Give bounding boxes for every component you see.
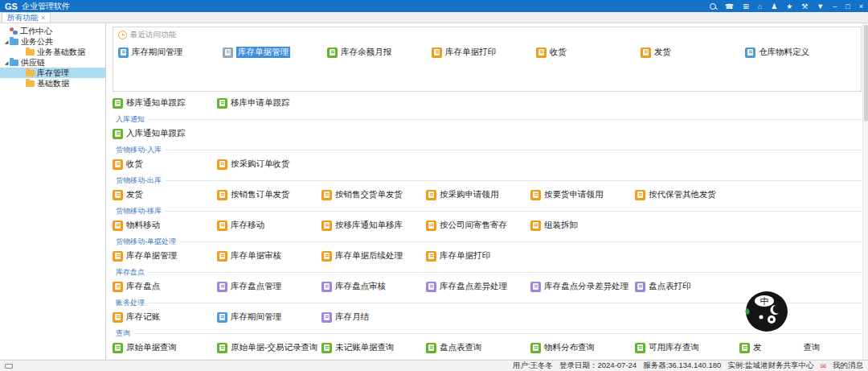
function-icon [426,343,436,353]
function-item[interactable]: 发查询 [739,342,844,353]
vertical-scrollbar[interactable] [862,23,868,360]
function-item[interactable]: 库存单据跟踪 [113,359,217,360]
function-item[interactable]: 组装拆卸 [530,220,635,231]
function-item[interactable]: 按采购申请领用 [426,189,530,200]
function-item[interactable]: 外协物料价目表查询 [739,359,844,360]
search-icon[interactable] [710,3,716,10]
function-item[interactable]: 核算批次跟踪 [426,359,530,360]
function-icon [118,47,129,58]
function-item[interactable]: 物料分布查询 [530,342,635,353]
function-item[interactable]: 库存期间管理 [217,311,321,323]
section-header-label: 货物移动-移库 [113,206,162,216]
favorites-star-icon[interactable]: ★ [786,2,792,10]
tab-all-functions[interactable]: 所有功能 × [2,12,51,23]
function-label: 物料批号跟踪 [231,359,281,360]
function-item[interactable]: 库存移动 [217,220,321,231]
function-icon [217,343,227,353]
function-icon [321,360,332,361]
function-item[interactable]: 可用库存查询 [635,342,739,353]
function-label: 按移库通知单移库 [335,220,403,231]
function-item[interactable]: 按公司间寄售寄存 [426,220,530,231]
tree-expand-icon[interactable]: ◢ [3,60,10,65]
sidebar-item-2[interactable]: 业务基础数据 [0,47,105,57]
function-item[interactable]: 库存单据管理 [113,250,217,262]
section-header: 货物移动-单据处理 [113,237,862,247]
function-label: 库存单据审核 [231,250,281,262]
minimize-icon[interactable]: – [833,2,837,10]
tab-close-icon[interactable]: × [41,14,45,22]
function-item[interactable]: 原始单据查询 [113,342,217,353]
function-row: 库存单据跟踪物料批号跟踪物料有效期查询核算批次跟踪物料价格查询销售未开票查询外协… [113,359,862,360]
function-item[interactable]: 库存盘点管理 [217,281,321,292]
function-item[interactable]: 库存盘点审核 [321,281,426,292]
sidebar-item-3[interactable]: ◢供应链 [0,57,105,68]
function-icon [113,282,123,292]
recent-functions-header: 最近访问功能 [118,30,856,40]
function-item[interactable]: 库存记账 [113,311,217,323]
function-icon [113,251,123,262]
function-item[interactable]: 物料价格查询 [530,359,635,360]
function-label: 库存期间管理 [132,47,182,58]
folder-orange-icon [26,70,35,76]
function-item[interactable]: 原始单据-交易记录查询 [217,342,321,353]
function-icon [321,282,332,292]
section-header: 货物移动-移库 [113,206,862,216]
status-server: 服务器:36.134.140.180 [643,361,721,371]
function-item[interactable]: 销售未开票查询 [635,359,739,360]
function-item[interactable]: 收货 [113,159,217,170]
tree-expand-icon[interactable]: ◢ [3,39,10,44]
function-item[interactable]: 库存盘点 [113,281,217,292]
function-item[interactable]: 库存单据打印 [432,47,536,58]
function-item[interactable]: 按移库通知单移库 [321,220,426,231]
function-item[interactable]: 库存单据打印 [426,250,530,262]
restore-icon[interactable]: □ [845,2,850,10]
function-item[interactable]: 库存余额月报 [327,47,432,58]
sidebar-item-0[interactable]: 工作中心 [0,26,105,36]
function-item[interactable]: 移库申请单跟踪 [217,97,321,109]
function-item[interactable]: 库存单据后续处理 [321,250,426,262]
function-icon [217,312,227,323]
home-icon[interactable]: ⌂ [758,2,762,10]
function-item[interactable]: 发货 [113,189,217,200]
function-item[interactable]: 仓库物料定义 [745,47,850,58]
function-item[interactable]: 库存单据管理 [223,47,327,58]
function-item[interactable]: 收货 [536,47,641,58]
function-item[interactable]: 按代保管其他发货 [635,189,739,200]
function-item[interactable]: 库存单据审核 [217,250,321,262]
function-item[interactable]: 移库通知单跟踪 [113,97,217,109]
close-icon[interactable]: × [859,2,863,10]
scrollbar-thumb[interactable] [864,25,868,122]
function-item[interactable]: 库存盘点差异处理 [426,281,530,292]
function-row: 库存记账库存期间管理库存月结 [113,311,862,323]
dropdown-filter-icon[interactable]: ▼ [817,2,824,10]
function-item[interactable]: 库存月结 [321,311,426,323]
user-icon[interactable]: ♟ [771,2,777,10]
function-item[interactable]: 物料有效期查询 [321,359,426,360]
function-item[interactable]: 按销售订单发货 [217,189,321,200]
sidebar-item-4[interactable]: 库存管理 [0,68,105,78]
recent-functions-box: 最近访问功能 库存期间管理库存单据管理库存余额月报库存单据打印收货发货仓库物料定… [113,27,862,92]
function-item[interactable]: 未记账单据查询 [321,342,426,353]
function-item[interactable]: 盘点表打印 [635,281,739,292]
my-messages-link[interactable]: 我的消息 [833,361,863,371]
section-header: 查询 [113,328,862,339]
function-row: 收货按采购订单收货 [113,159,862,170]
function-row: 库存盘点库存盘点管理库存盘点审核库存盘点差异处理库存盘点分录差异处理盘点表打印 [113,281,862,292]
function-item[interactable]: 发货 [641,47,745,58]
sidebar-item-label: 业务公共 [21,36,53,47]
function-item[interactable]: 按采购订单收货 [217,159,321,170]
sidebar-item-1[interactable]: ◢业务公共 [0,36,105,47]
function-item[interactable]: 按要货申请领用 [530,189,635,200]
phone-icon[interactable]: ☎ [725,2,734,10]
tools-wrench-icon[interactable]: ⚒ [801,2,808,10]
function-item[interactable]: 物料移动 [113,220,217,231]
function-item[interactable]: 库存盘点分录差异处理 [530,281,635,292]
function-item[interactable]: 入库通知单跟踪 [113,128,217,139]
function-item[interactable]: 库存期间管理 [118,47,223,58]
keyboard-icon[interactable] [5,364,13,369]
apps-grid-icon[interactable]: ⊞ [743,2,749,10]
sidebar-item-5[interactable]: 基础数据 [0,78,105,89]
function-item[interactable]: 物料批号跟踪 [217,359,321,360]
function-item[interactable]: 盘点表查询 [426,342,530,353]
function-item[interactable]: 按销售交货单发货 [321,189,426,200]
